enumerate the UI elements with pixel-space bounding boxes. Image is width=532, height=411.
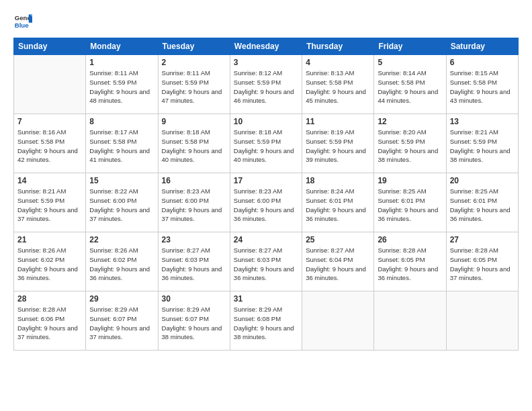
day-cell (14, 55, 86, 114)
day-info: Sunrise: 8:13 AM Sunset: 5:58 PM Dayligh… (306, 68, 370, 105)
day-number: 4 (306, 58, 370, 67)
day-cell: 26Sunrise: 8:28 AM Sunset: 6:05 PM Dayli… (374, 232, 446, 291)
day-number: 19 (378, 176, 442, 185)
day-number: 1 (89, 58, 154, 67)
day-info: Sunrise: 8:22 AM Sunset: 6:00 PM Dayligh… (89, 187, 154, 224)
day-cell: 30Sunrise: 8:29 AM Sunset: 6:07 PM Dayli… (158, 291, 230, 351)
day-number: 27 (450, 235, 515, 244)
day-info: Sunrise: 8:24 AM Sunset: 6:01 PM Dayligh… (306, 187, 370, 224)
day-number: 7 (17, 117, 82, 126)
day-cell: 5Sunrise: 8:14 AM Sunset: 5:58 PM Daylig… (374, 55, 446, 114)
day-info: Sunrise: 8:26 AM Sunset: 6:02 PM Dayligh… (17, 246, 82, 283)
day-cell: 6Sunrise: 8:15 AM Sunset: 5:58 PM Daylig… (446, 55, 518, 114)
week-row-4: 28Sunrise: 8:28 AM Sunset: 6:06 PM Dayli… (14, 291, 519, 351)
day-info: Sunrise: 8:17 AM Sunset: 5:58 PM Dayligh… (89, 128, 154, 165)
day-cell: 23Sunrise: 8:27 AM Sunset: 6:03 PM Dayli… (158, 232, 230, 291)
day-info: Sunrise: 8:28 AM Sunset: 6:05 PM Dayligh… (450, 246, 515, 283)
day-cell: 17Sunrise: 8:23 AM Sunset: 6:00 PM Dayli… (230, 173, 302, 232)
day-number: 21 (17, 235, 82, 244)
day-info: Sunrise: 8:12 AM Sunset: 5:59 PM Dayligh… (234, 68, 298, 105)
day-info: Sunrise: 8:14 AM Sunset: 5:58 PM Dayligh… (378, 68, 442, 105)
day-cell: 20Sunrise: 8:25 AM Sunset: 6:01 PM Dayli… (446, 173, 518, 232)
day-number: 18 (306, 176, 370, 185)
day-cell: 27Sunrise: 8:28 AM Sunset: 6:05 PM Dayli… (446, 232, 518, 291)
week-row-0: 1Sunrise: 8:11 AM Sunset: 5:59 PM Daylig… (14, 55, 519, 114)
day-info: Sunrise: 8:27 AM Sunset: 6:03 PM Dayligh… (162, 246, 226, 283)
day-number: 12 (378, 117, 442, 126)
weekday-header-row: SundayMondayTuesdayWednesdayThursdayFrid… (14, 38, 519, 55)
day-cell: 8Sunrise: 8:17 AM Sunset: 5:58 PM Daylig… (86, 114, 158, 173)
day-number: 28 (17, 294, 82, 304)
day-number: 16 (162, 176, 226, 185)
day-info: Sunrise: 8:29 AM Sunset: 6:08 PM Dayligh… (234, 305, 298, 342)
svg-text:Blue: Blue (15, 21, 29, 29)
day-number: 14 (17, 176, 82, 185)
weekday-friday: Friday (374, 38, 446, 55)
day-info: Sunrise: 8:26 AM Sunset: 6:02 PM Dayligh… (89, 246, 154, 283)
day-info: Sunrise: 8:18 AM Sunset: 5:58 PM Dayligh… (162, 128, 226, 165)
day-number: 25 (306, 235, 370, 244)
day-info: Sunrise: 8:27 AM Sunset: 6:03 PM Dayligh… (234, 246, 298, 283)
day-cell: 10Sunrise: 8:18 AM Sunset: 5:59 PM Dayli… (230, 114, 302, 173)
weekday-saturday: Saturday (446, 38, 518, 55)
day-number: 6 (450, 58, 515, 67)
day-number: 15 (89, 176, 154, 185)
day-number: 22 (89, 235, 154, 244)
day-cell: 13Sunrise: 8:21 AM Sunset: 5:59 PM Dayli… (446, 114, 518, 173)
day-info: Sunrise: 8:25 AM Sunset: 6:01 PM Dayligh… (378, 187, 442, 224)
day-cell: 16Sunrise: 8:23 AM Sunset: 6:00 PM Dayli… (158, 173, 230, 232)
day-info: Sunrise: 8:16 AM Sunset: 5:58 PM Dayligh… (17, 128, 82, 165)
day-cell: 22Sunrise: 8:26 AM Sunset: 6:02 PM Dayli… (86, 232, 158, 291)
day-number: 24 (234, 235, 298, 244)
day-number: 9 (162, 117, 226, 126)
day-info: Sunrise: 8:18 AM Sunset: 5:59 PM Dayligh… (234, 128, 298, 165)
day-info: Sunrise: 8:19 AM Sunset: 5:59 PM Dayligh… (306, 128, 370, 165)
day-cell: 15Sunrise: 8:22 AM Sunset: 6:00 PM Dayli… (86, 173, 158, 232)
day-cell: 12Sunrise: 8:20 AM Sunset: 5:59 PM Dayli… (374, 114, 446, 173)
day-number: 30 (162, 294, 226, 304)
week-row-2: 14Sunrise: 8:21 AM Sunset: 5:59 PM Dayli… (14, 173, 519, 232)
day-cell: 18Sunrise: 8:24 AM Sunset: 6:01 PM Dayli… (302, 173, 374, 232)
day-cell (302, 291, 374, 351)
day-number: 26 (378, 235, 442, 244)
day-info: Sunrise: 8:15 AM Sunset: 5:58 PM Dayligh… (450, 68, 515, 105)
day-cell: 4Sunrise: 8:13 AM Sunset: 5:58 PM Daylig… (302, 55, 374, 114)
day-number: 23 (162, 235, 226, 244)
week-row-1: 7Sunrise: 8:16 AM Sunset: 5:58 PM Daylig… (14, 114, 519, 173)
day-cell: 29Sunrise: 8:29 AM Sunset: 6:07 PM Dayli… (86, 291, 158, 351)
day-number: 29 (89, 294, 154, 304)
day-cell: 25Sunrise: 8:27 AM Sunset: 6:04 PM Dayli… (302, 232, 374, 291)
day-info: Sunrise: 8:11 AM Sunset: 5:59 PM Dayligh… (89, 68, 154, 105)
day-number: 5 (378, 58, 442, 67)
weekday-wednesday: Wednesday (230, 38, 302, 55)
logo-icon: General Blue (13, 12, 32, 31)
week-row-3: 21Sunrise: 8:26 AM Sunset: 6:02 PM Dayli… (14, 232, 519, 291)
day-cell: 19Sunrise: 8:25 AM Sunset: 6:01 PM Dayli… (374, 173, 446, 232)
day-number: 11 (306, 117, 370, 126)
day-info: Sunrise: 8:29 AM Sunset: 6:07 PM Dayligh… (162, 305, 226, 342)
day-info: Sunrise: 8:21 AM Sunset: 5:59 PM Dayligh… (450, 128, 515, 165)
day-number: 13 (450, 117, 515, 126)
day-number: 17 (234, 176, 298, 185)
day-cell: 1Sunrise: 8:11 AM Sunset: 5:59 PM Daylig… (86, 55, 158, 114)
day-number: 8 (89, 117, 154, 126)
day-cell: 21Sunrise: 8:26 AM Sunset: 6:02 PM Dayli… (14, 232, 86, 291)
day-cell: 14Sunrise: 8:21 AM Sunset: 5:59 PM Dayli… (14, 173, 86, 232)
day-cell: 3Sunrise: 8:12 AM Sunset: 5:59 PM Daylig… (230, 55, 302, 114)
weekday-sunday: Sunday (14, 38, 86, 55)
day-info: Sunrise: 8:29 AM Sunset: 6:07 PM Dayligh… (89, 305, 154, 342)
day-cell (446, 291, 518, 351)
calendar-table: SundayMondayTuesdayWednesdayThursdayFrid… (13, 38, 519, 351)
day-info: Sunrise: 8:27 AM Sunset: 6:04 PM Dayligh… (306, 246, 370, 283)
page: General Blue SundayMondayTuesdayWednesda… (0, 0, 532, 411)
header: General Blue (13, 12, 519, 31)
weekday-thursday: Thursday (302, 38, 374, 55)
day-cell: 9Sunrise: 8:18 AM Sunset: 5:58 PM Daylig… (158, 114, 230, 173)
day-info: Sunrise: 8:28 AM Sunset: 6:06 PM Dayligh… (17, 305, 82, 342)
day-info: Sunrise: 8:28 AM Sunset: 6:05 PM Dayligh… (378, 246, 442, 283)
day-cell: 24Sunrise: 8:27 AM Sunset: 6:03 PM Dayli… (230, 232, 302, 291)
day-number: 3 (234, 58, 298, 67)
day-info: Sunrise: 8:11 AM Sunset: 5:59 PM Dayligh… (162, 68, 226, 105)
day-number: 20 (450, 176, 515, 185)
weekday-monday: Monday (86, 38, 158, 55)
